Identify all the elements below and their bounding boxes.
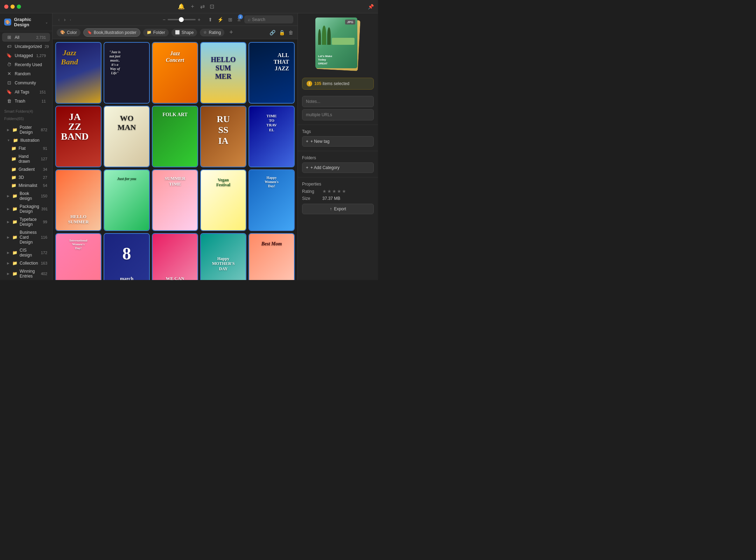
folder-business-card-icon: 📁 [12, 235, 18, 240]
zoom-slider[interactable] [168, 19, 196, 20]
maximize-button[interactable] [17, 5, 21, 9]
subfolder-gradient-count: 34 [43, 167, 47, 172]
sidebar-item-random[interactable]: ✕ Random [2, 69, 50, 78]
grid-area[interactable]: JazzBand "Jazz isnot justmusic,it's aWay… [52, 39, 298, 280]
search-bar[interactable]: ⌕ [244, 15, 293, 23]
sidebar-item-all[interactable]: ⊞ All 2,731 [2, 33, 50, 42]
window-icon[interactable]: ⊡ [210, 3, 214, 10]
folder-typeface[interactable]: ▶ 📁 Typeface Design 99 [2, 216, 50, 228]
sidebar-header[interactable]: 🎨 Graphic Design ⌄ [0, 13, 52, 31]
folder-typeface-icon: 📁 [12, 219, 18, 224]
folder-business-card[interactable]: ▶ 📁 Business Card Design 116 [2, 229, 50, 246]
folder-book-design[interactable]: ▶ 📁 Book design 150 [2, 190, 50, 202]
refresh-icon[interactable]: ⇄ [200, 3, 205, 10]
size-value: 37.37 MB [322, 196, 340, 201]
chevron-down-icon: ▼ [7, 139, 10, 142]
sidebar-item-uncategorized[interactable]: 🏷 Uncategorized 29 [2, 42, 50, 51]
plus-tag-icon: + [306, 139, 308, 144]
filter-badge-button[interactable]: ⧖ 2 [237, 16, 241, 23]
filter-lock1-button[interactable]: 🔗 [270, 30, 275, 35]
grid-item[interactable]: JAZZBAND [55, 106, 102, 167]
folder-packaging[interactable]: ▶ 📁 Packaging Design 391 [2, 203, 50, 215]
filter-chip-book[interactable]: 🔖 Book,Illustration poster [83, 28, 140, 37]
grid-item[interactable]: FOLK ART [152, 106, 198, 167]
notification-icon[interactable]: 🔔 [178, 3, 185, 10]
close-button[interactable] [4, 5, 8, 9]
filter-chip-color[interactable]: 🎨 Color [57, 29, 80, 36]
folder-cis[interactable]: ▶ 📁 CIS design 172 [2, 246, 50, 259]
zoom-out-button[interactable]: − [163, 17, 166, 22]
filter-chip-shape[interactable]: ⬜ Shape [172, 29, 197, 36]
forward-button[interactable]: › [63, 16, 67, 23]
add-icon[interactable]: ＋ [190, 3, 195, 10]
folder-winning[interactable]: ▶ 📁 Winning Entries 402 [2, 267, 50, 280]
grid-item[interactable]: RUSSIA [200, 106, 246, 167]
share-button[interactable]: ⬆ [208, 16, 213, 23]
subfolder-minimalist[interactable]: 📁 Minimalist 54 [2, 182, 50, 189]
uncategorized-icon: 🏷 [6, 44, 12, 49]
dot-button[interactable]: · [68, 16, 72, 23]
folder-illustration[interactable]: ▼ 📁 Illustration [2, 136, 50, 144]
filter-chip-rating[interactable]: ☆ Rating [200, 29, 224, 36]
sidebar-item-all-tags[interactable]: 🔖 All Tags 151 [2, 88, 50, 96]
subfolder-gradient-label: Gradient [19, 167, 41, 172]
minimize-button[interactable] [10, 5, 15, 9]
grid-item[interactable]: WE CANDO IT! [152, 233, 198, 280]
folder-collection-count: 163 [41, 261, 47, 265]
folder-book-icon: 📁 [12, 194, 18, 198]
search-input[interactable] [252, 17, 287, 22]
back-button[interactable]: ‹ [57, 16, 61, 23]
sidebar-item-trash-label: Trash [15, 99, 39, 104]
pin-icon[interactable]: 📌 [368, 4, 374, 9]
grid-item[interactable]: HappyWomen'sDay! [248, 169, 295, 231]
export-button[interactable]: ↑ Export [302, 204, 374, 214]
notes-field[interactable]: Notes... [302, 96, 374, 107]
grid-item[interactable]: HELLOSUMMER [200, 42, 246, 104]
grid-item[interactable]: WOMAN [104, 106, 150, 167]
star-4[interactable]: ★ [337, 189, 341, 194]
search-icon: ⌕ [248, 17, 251, 22]
folder-poster-design[interactable]: ▶ 📁 Poster Design 872 [2, 124, 50, 136]
grid-item[interactable]: VeganFestival [200, 169, 246, 231]
add-filter-button[interactable]: + [227, 28, 235, 37]
sidebar-item-community[interactable]: ⊡ Community [2, 78, 50, 87]
lightning-button[interactable]: ⚡ [217, 16, 224, 23]
grid-item[interactable]: HappyMOTHER'SDAY [200, 233, 246, 280]
zoom-in-button[interactable]: + [198, 17, 201, 22]
folder-collection[interactable]: ▶ 📁 Collection 163 [2, 259, 50, 267]
star-3[interactable]: ★ [332, 189, 336, 194]
new-tag-button[interactable]: + + New tag [302, 136, 374, 147]
subfolder-hand-drawn[interactable]: 📁 Hand drawn 127 [2, 153, 50, 165]
grid-item[interactable]: InternationalWomen's Day! [55, 233, 102, 280]
grid-item[interactable]: Best Mom [248, 233, 295, 280]
zoom-thumb[interactable] [179, 17, 184, 22]
subfolder-gradient[interactable]: 📁 Gradient 34 [2, 166, 50, 173]
grid-item[interactable]: JazzBand [55, 42, 102, 104]
grid-item[interactable]: "Jazz isnot justmusic,it's aWay ofLife" [104, 42, 150, 104]
sidebar-item-recently-used[interactable]: ⏱ Recently Used [2, 60, 50, 69]
filter-chip-folder[interactable]: 📁 Folder [143, 29, 169, 36]
url-field[interactable]: multiple URLs [302, 109, 374, 120]
grid-button[interactable]: ⊞ [227, 16, 233, 23]
star-1[interactable]: ★ [322, 189, 327, 194]
subfolder-flat[interactable]: 📁 Flat 91 [2, 145, 50, 152]
grid-item[interactable]: 8march [104, 233, 150, 280]
grid-item[interactable]: JazzConcert [152, 42, 198, 104]
rating-stars[interactable]: ★ ★ ★ ★ ★ [322, 189, 346, 194]
subfolder-3d[interactable]: 📁 3D 27 [2, 174, 50, 181]
star-2[interactable]: ★ [327, 189, 331, 194]
grid-item[interactable]: SUMMERTIME [152, 169, 198, 231]
chevron-right-cis-icon: ▶ [7, 251, 9, 254]
grid-item[interactable]: Just for you [104, 169, 150, 231]
sidebar-item-untagged[interactable]: 🔖 Untagged 1,279 [2, 51, 50, 60]
grid-item[interactable]: ALLTHATJAZZ [248, 42, 295, 104]
star-5[interactable]: ★ [342, 189, 346, 194]
grid-item[interactable]: TIMETOTRAVEL [248, 106, 295, 167]
folder-illustration-icon: 📁 [13, 138, 18, 143]
filter-delete-button[interactable]: 🗑 [288, 30, 293, 35]
add-category-button[interactable]: + + Add Category [302, 162, 374, 173]
grid-item[interactable]: HELLOSUMMER [55, 169, 102, 231]
filter-lock2-button[interactable]: 🔒 [279, 30, 285, 35]
properties-label: Properties [302, 182, 374, 187]
sidebar-item-trash[interactable]: 🗑 Trash 11 [2, 97, 50, 105]
